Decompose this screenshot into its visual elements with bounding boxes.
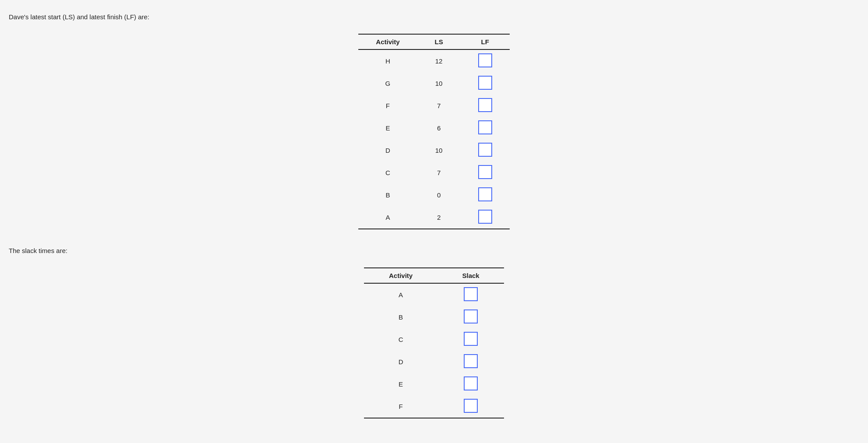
slack-answer-box[interactable] [464,287,478,301]
ls-cell: 7 [417,162,461,184]
slack-table: Activity Slack ABCDEF [364,267,504,418]
slack-answer-box[interactable] [464,354,478,368]
slack-value-cell [438,328,504,351]
slack-table-row: A [364,283,504,306]
ls-cell: 2 [417,206,461,229]
lf-cell [461,162,510,184]
lf-cell [461,184,510,206]
slack-table-wrapper: Activity Slack ABCDEF [9,267,859,418]
activity-cell: H [358,49,417,72]
slack-table-row: E [364,373,504,395]
ls-cell: 0 [417,184,461,206]
slack-answer-box[interactable] [464,309,478,323]
slack-col-header-activity: Activity [364,268,438,283]
slack-activity-cell: A [364,283,438,306]
slack-table-row: D [364,351,504,373]
slack-value-cell [438,395,504,418]
slack-intro-text: The slack times are: [9,247,859,254]
lf-answer-box[interactable] [478,187,492,201]
slack-answer-box[interactable] [464,376,478,390]
slack-activity-cell: E [364,373,438,395]
slack-activity-cell: D [364,351,438,373]
table-row: D10 [358,139,509,162]
table-row: B0 [358,184,509,206]
lf-cell [461,206,510,229]
ls-cell: 10 [417,72,461,95]
slack-table-row: F [364,395,504,418]
lf-cell [461,139,510,162]
slack-col-header-slack: Slack [438,268,504,283]
table-row: G10 [358,72,509,95]
col-header-ls: LS [417,34,461,49]
slack-activity-cell: F [364,395,438,418]
lf-answer-box[interactable] [478,143,492,157]
lf-cell [461,72,510,95]
activity-cell: D [358,139,417,162]
table-row: A2 [358,206,509,229]
lf-cell [461,95,510,117]
ls-cell: 7 [417,95,461,117]
slack-activity-cell: B [364,306,438,328]
slack-answer-box[interactable] [464,399,478,413]
ls-cell: 6 [417,117,461,139]
table-row: H12 [358,49,509,72]
slack-value-cell [438,373,504,395]
col-header-activity: Activity [358,34,417,49]
col-header-lf: LF [461,34,510,49]
activity-cell: E [358,117,417,139]
intro-text: Dave's latest start (LS) and latest fini… [9,13,859,21]
slack-answer-box[interactable] [464,332,478,346]
ls-lf-table: Activity LS LF H12G10F7E6D10C7B0A2 [358,34,509,229]
lf-answer-box[interactable] [478,98,492,112]
ls-cell: 10 [417,139,461,162]
slack-activity-cell: C [364,328,438,351]
activity-cell: F [358,95,417,117]
activity-cell: B [358,184,417,206]
lf-answer-box[interactable] [478,53,492,67]
lf-answer-box[interactable] [478,210,492,224]
table-row: E6 [358,117,509,139]
table-row: C7 [358,162,509,184]
slack-value-cell [438,351,504,373]
activity-cell: A [358,206,417,229]
ls-cell: 12 [417,49,461,72]
lf-cell [461,117,510,139]
ls-lf-table-wrapper: Activity LS LF H12G10F7E6D10C7B0A2 [9,34,859,229]
lf-answer-box[interactable] [478,120,492,134]
activity-cell: G [358,72,417,95]
lf-answer-box[interactable] [478,76,492,90]
slack-value-cell [438,283,504,306]
activity-cell: C [358,162,417,184]
slack-table-row: C [364,328,504,351]
lf-cell [461,49,510,72]
slack-table-row: B [364,306,504,328]
slack-value-cell [438,306,504,328]
lf-answer-box[interactable] [478,165,492,179]
table-row: F7 [358,95,509,117]
